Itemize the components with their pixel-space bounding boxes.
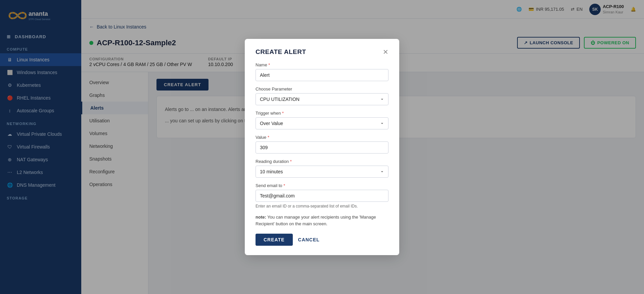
parameter-label: Choose Parameter — [256, 86, 388, 92]
modal-header: CREATE ALERT ✕ — [256, 48, 388, 56]
duration-select[interactable]: 5 minutes 10 minutes 15 minutes 30 minut… — [256, 166, 388, 178]
modal-create-button[interactable]: CREATE — [256, 234, 293, 246]
duration-field-group: Reading duration * 5 minutes 10 minutes … — [256, 159, 388, 178]
modal-close-button[interactable]: ✕ — [383, 49, 388, 55]
parameter-select[interactable]: CPU UTILIZATION MEMORY UTILIZATION DISK … — [256, 93, 388, 105]
trigger-select[interactable]: Over Value Under Value — [256, 117, 388, 129]
name-label: Name * — [256, 62, 388, 67]
email-label: Send email to * — [256, 183, 388, 188]
value-field-group: Value * — [256, 135, 388, 154]
name-input[interactable] — [256, 69, 388, 81]
create-alert-modal: CREATE ALERT ✕ Name * Choose Parameter C… — [245, 39, 399, 255]
modal-overlay[interactable]: CREATE ALERT ✕ Name * Choose Parameter C… — [0, 0, 644, 294]
modal-cancel-button[interactable]: CANCEL — [298, 237, 320, 242]
modal-title: CREATE ALERT — [256, 48, 306, 56]
value-input[interactable] — [256, 141, 388, 154]
trigger-label: Trigger when * — [256, 111, 388, 116]
modal-footer: CREATE CANCEL — [256, 234, 388, 246]
email-input[interactable] — [256, 190, 388, 202]
note-text: note: You can manage your alert recipien… — [256, 214, 388, 227]
trigger-field-group: Trigger when * Over Value Under Value — [256, 111, 388, 129]
parameter-field-group: Choose Parameter CPU UTILIZATION MEMORY … — [256, 86, 388, 105]
email-helper-text: Enter an email ID or a comma-separated l… — [256, 204, 388, 209]
email-field-group: Send email to * Enter an email ID or a c… — [256, 183, 388, 209]
name-field-group: Name * — [256, 62, 388, 81]
duration-label: Reading duration * — [256, 159, 388, 164]
value-label: Value * — [256, 135, 388, 140]
